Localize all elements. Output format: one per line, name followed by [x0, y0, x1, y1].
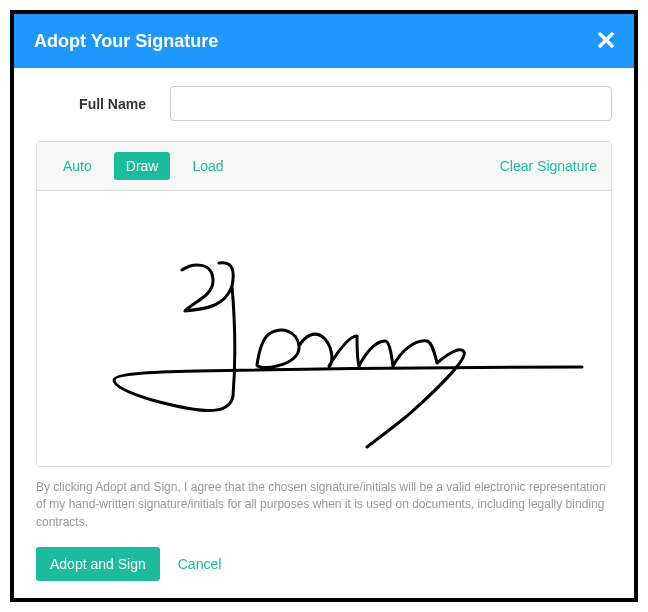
signature-canvas[interactable]: [37, 191, 611, 466]
cancel-link[interactable]: Cancel: [178, 556, 222, 572]
disclaimer-text: By clicking Adopt and Sign, I agree that…: [36, 479, 612, 531]
signature-mode-tabs: Auto Draw Load: [51, 152, 236, 180]
footer-actions: Adopt and Sign Cancel: [36, 547, 612, 581]
adopt-and-sign-button[interactable]: Adopt and Sign: [36, 547, 160, 581]
modal-header: Adopt Your Signature: [14, 14, 634, 68]
modal-title: Adopt Your Signature: [34, 31, 218, 52]
signature-panel: Auto Draw Load Clear Signature: [36, 141, 612, 467]
modal-body: Full Name Auto Draw Load Clear Signature…: [14, 68, 634, 599]
signature-panel-heading: Auto Draw Load Clear Signature: [37, 142, 611, 191]
signature-modal: Adopt Your Signature Full Name Auto Draw…: [10, 10, 638, 602]
full-name-input[interactable]: [170, 86, 612, 121]
full-name-row: Full Name: [36, 86, 612, 121]
clear-signature-link[interactable]: Clear Signature: [500, 158, 597, 174]
close-icon[interactable]: [598, 31, 614, 51]
drawn-signature: [37, 191, 611, 466]
full-name-label: Full Name: [36, 96, 170, 112]
tab-load[interactable]: Load: [180, 152, 235, 180]
tab-draw[interactable]: Draw: [114, 152, 171, 180]
tab-auto[interactable]: Auto: [51, 152, 104, 180]
